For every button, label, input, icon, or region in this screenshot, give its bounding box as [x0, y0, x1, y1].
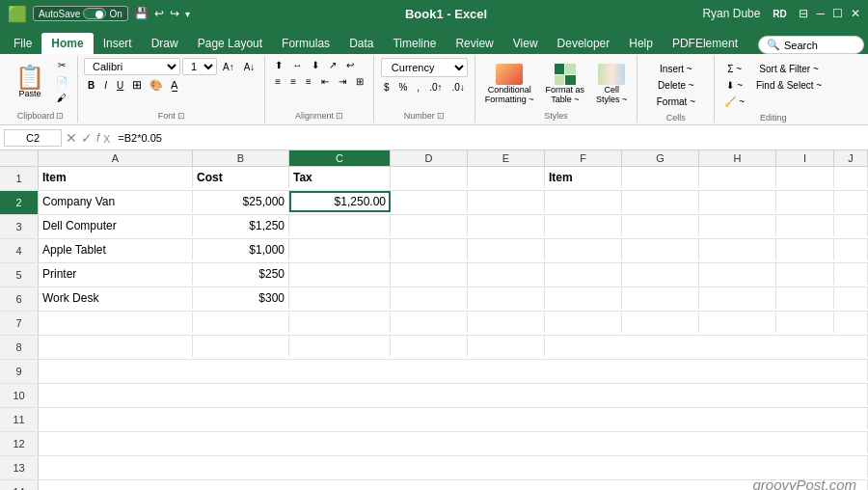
- cell-C3[interactable]: [289, 215, 391, 236]
- cell-G7[interactable]: [622, 312, 699, 333]
- tab-file[interactable]: File: [4, 33, 41, 54]
- cell-H1[interactable]: [699, 167, 776, 188]
- cell-B5[interactable]: $250: [193, 263, 289, 285]
- col-header-F[interactable]: F: [545, 150, 622, 166]
- cell-A7[interactable]: [39, 312, 193, 333]
- borders-icon[interactable]: ⊞: [129, 77, 145, 93]
- search-box[interactable]: 🔍 Search: [758, 36, 864, 54]
- align-middle-button[interactable]: ↔: [288, 58, 306, 72]
- font-name-select[interactable]: Calibri: [84, 58, 180, 75]
- cell-E1[interactable]: [468, 167, 545, 188]
- cell-C2[interactable]: $1,250.00: [289, 191, 391, 212]
- function-icon[interactable]: f: [96, 131, 99, 145]
- cell-D1[interactable]: [391, 167, 468, 188]
- cell-B8[interactable]: [193, 336, 289, 357]
- cell-F4[interactable]: [545, 239, 622, 260]
- accounting-button[interactable]: $: [380, 80, 393, 95]
- cut-button[interactable]: ✂: [52, 58, 71, 72]
- merge-center-button[interactable]: ⊞: [352, 74, 367, 89]
- redo-icon[interactable]: ↪: [170, 7, 179, 20]
- cell-A10[interactable]: [39, 384, 868, 405]
- cell-C4[interactable]: [289, 239, 391, 260]
- cell-B3[interactable]: $1,250: [193, 215, 289, 236]
- cell-F7[interactable]: [545, 312, 622, 333]
- cell-D4[interactable]: [391, 239, 468, 260]
- cell-J1[interactable]: [834, 167, 868, 188]
- cell-D3[interactable]: [391, 215, 468, 236]
- fill-button[interactable]: ⬇ ~: [720, 78, 748, 93]
- tab-draw[interactable]: Draw: [142, 33, 188, 54]
- ribbon-display-icon[interactable]: ⊟: [799, 7, 808, 20]
- cell-F3[interactable]: [545, 215, 622, 236]
- customize-icon[interactable]: ▾: [185, 9, 190, 19]
- cell-J2[interactable]: [834, 191, 868, 212]
- cell-G3[interactable]: [622, 215, 699, 236]
- cell-J6[interactable]: [834, 287, 868, 309]
- cell-G4[interactable]: [622, 239, 699, 260]
- format-button[interactable]: Format ~: [653, 95, 699, 109]
- autosave-toggle[interactable]: [83, 8, 106, 19]
- cell-C7[interactable]: [289, 312, 391, 333]
- user-avatar[interactable]: RD: [768, 2, 791, 25]
- cell-E3[interactable]: [468, 215, 545, 236]
- cell-C8[interactable]: [289, 336, 391, 357]
- format-as-table-button[interactable]: Format asTable ~: [542, 62, 589, 106]
- cell-E4[interactable]: [468, 239, 545, 260]
- tab-pdfelement[interactable]: PDFElement: [663, 33, 747, 54]
- cell-B7[interactable]: [193, 312, 289, 333]
- decrease-indent-button[interactable]: ⇤: [317, 74, 333, 89]
- copy-button[interactable]: 📄: [52, 74, 71, 89]
- font-expand-icon[interactable]: ⊡: [177, 111, 185, 121]
- cell-E7[interactable]: [468, 312, 545, 333]
- col-header-A[interactable]: A: [39, 150, 193, 166]
- paste-button[interactable]: 📋 Paste: [10, 64, 50, 100]
- fill-color-button[interactable]: 🎨: [147, 78, 166, 93]
- delete-button[interactable]: Delete ~: [653, 78, 699, 93]
- maximize-icon[interactable]: ☐: [832, 7, 843, 20]
- cell-B1[interactable]: Cost: [193, 167, 289, 188]
- alignment-expand-icon[interactable]: ⊡: [336, 111, 343, 121]
- bold-button[interactable]: B: [84, 78, 98, 93]
- undo-icon[interactable]: ↩: [154, 7, 164, 20]
- clear-button[interactable]: 🧹 ~: [720, 95, 748, 109]
- cell-B6[interactable]: $300: [193, 287, 289, 309]
- sort-filter-button[interactable]: Sort & Filter ~: [752, 62, 826, 76]
- cell-J4[interactable]: [834, 239, 868, 260]
- font-size-select[interactable]: 11: [182, 58, 217, 75]
- cell-A6[interactable]: Work Desk: [39, 287, 193, 309]
- insert-button[interactable]: Insert ~: [653, 62, 699, 76]
- cell-A8[interactable]: [39, 336, 193, 357]
- align-left-button[interactable]: ≡: [271, 74, 285, 89]
- cell-I4[interactable]: [776, 239, 834, 260]
- tab-help[interactable]: Help: [619, 33, 663, 54]
- cell-G1[interactable]: [622, 167, 699, 188]
- col-header-B[interactable]: B: [193, 150, 289, 166]
- cell-F1[interactable]: Item: [545, 167, 622, 188]
- align-right-button[interactable]: ≡: [302, 74, 315, 89]
- cell-E5[interactable]: [468, 263, 545, 285]
- cell-H3[interactable]: [699, 215, 776, 236]
- format-painter-button[interactable]: 🖌: [52, 91, 71, 105]
- cell-H6[interactable]: [699, 287, 776, 309]
- number-format-select[interactable]: Currency: [381, 58, 468, 77]
- cell-E8[interactable]: [468, 336, 545, 357]
- cell-B2[interactable]: $25,000: [193, 191, 289, 212]
- col-header-I[interactable]: I: [776, 150, 834, 166]
- cell-C5[interactable]: [289, 263, 391, 285]
- cell-A5[interactable]: Printer: [39, 263, 193, 285]
- col-header-E[interactable]: E: [468, 150, 545, 166]
- cell-G6[interactable]: [622, 287, 699, 309]
- col-header-G[interactable]: G: [622, 150, 699, 166]
- cell-I1[interactable]: [776, 167, 834, 188]
- tab-home[interactable]: Home: [41, 33, 93, 54]
- decrease-decimal-button[interactable]: .0↓: [448, 80, 468, 95]
- tab-view[interactable]: View: [503, 33, 548, 54]
- comma-button[interactable]: ,: [413, 80, 423, 95]
- cell-F5[interactable]: [545, 263, 622, 285]
- cell-A13[interactable]: [39, 456, 868, 477]
- cell-D7[interactable]: [391, 312, 468, 333]
- tab-page-layout[interactable]: Page Layout: [188, 33, 272, 54]
- cell-I2[interactable]: [776, 191, 834, 212]
- cell-C6[interactable]: [289, 287, 391, 309]
- cell-F6[interactable]: [545, 287, 622, 309]
